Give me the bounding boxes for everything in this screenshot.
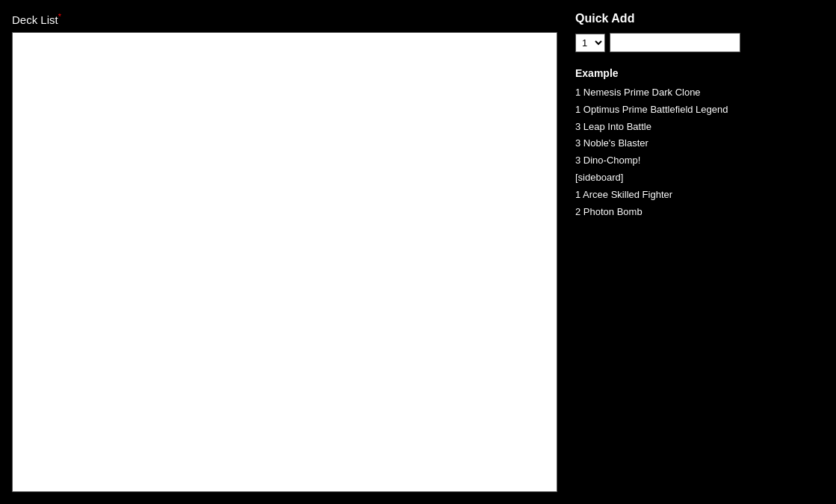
example-list-item: [sideboard] bbox=[575, 170, 824, 186]
example-list: 1 Nemesis Prime Dark Clone1 Optimus Prim… bbox=[575, 85, 824, 220]
example-title: Example bbox=[575, 67, 824, 79]
deck-list-textarea[interactable] bbox=[12, 32, 557, 492]
quick-add-row: 1 2 3 4 bbox=[575, 33, 824, 52]
deck-list-label: Deck List* bbox=[12, 12, 557, 26]
example-list-item: 2 Photon Bomb bbox=[575, 205, 824, 220]
example-list-item: 1 Optimus Prime Battlefield Legend bbox=[575, 102, 824, 118]
example-list-item: 1 Nemesis Prime Dark Clone bbox=[575, 85, 824, 101]
example-list-item: 3 Leap Into Battle bbox=[575, 119, 824, 135]
example-list-item: 1 Arcee Skilled Fighter bbox=[575, 187, 824, 203]
example-list-item: 3 Dino-Chomp! bbox=[575, 153, 824, 169]
example-list-item: 3 Noble's Blaster bbox=[575, 136, 824, 152]
required-marker: * bbox=[58, 12, 61, 21]
right-panel: Quick Add 1 2 3 4 Example 1 Nemesis Prim… bbox=[557, 12, 824, 492]
deck-list-title-text: Deck List bbox=[12, 13, 58, 26]
left-panel: Deck List* bbox=[12, 12, 557, 492]
quick-add-title: Quick Add bbox=[575, 12, 824, 25]
quantity-select[interactable]: 1 2 3 4 bbox=[575, 34, 605, 52]
card-name-input[interactable] bbox=[610, 33, 740, 52]
